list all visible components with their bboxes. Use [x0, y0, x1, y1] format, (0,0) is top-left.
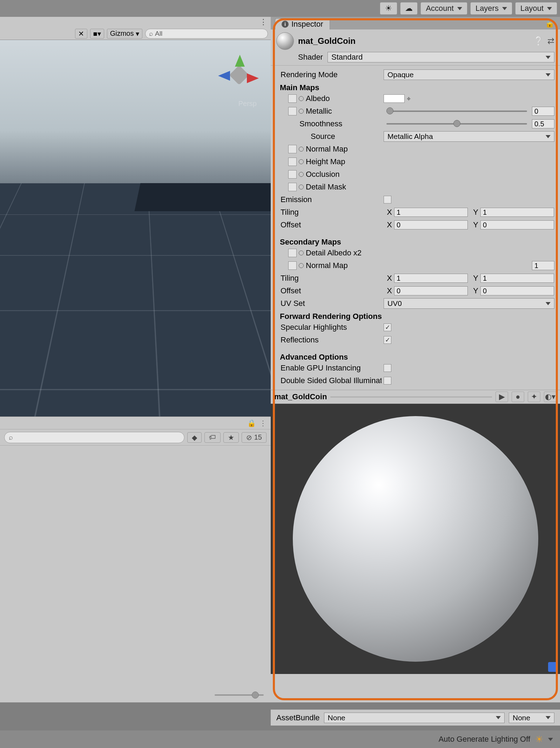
filter-type-button[interactable]: ◆ — [187, 432, 202, 443]
material-preview-viewport[interactable] — [271, 404, 560, 674]
preview-drag-handle[interactable] — [330, 396, 492, 398]
cloud-icon[interactable]: ☁ — [400, 2, 418, 15]
project-search-input[interactable]: ⌕ — [4, 432, 184, 443]
scene-viewport[interactable]: Persp — [0, 40, 271, 416]
albedo-color-swatch[interactable] — [384, 94, 405, 103]
specular-highlights-label: Specular Highlights — [281, 323, 347, 332]
offset-x-input[interactable]: 0 — [394, 220, 468, 229]
inspector-lock-icon[interactable]: 🔒 — [545, 19, 554, 29]
tiling2-y-input[interactable]: 1 — [480, 274, 554, 283]
detailmask-texture-slot[interactable] — [288, 183, 297, 191]
search-icon: ⌕ — [9, 433, 13, 441]
detailmask-label: Detail Mask — [306, 182, 346, 192]
reflections-checkbox[interactable]: ✓ — [384, 336, 391, 344]
material-preview-sphere — [293, 416, 538, 662]
rendering-mode-label: Rendering Mode — [281, 70, 338, 79]
shader-dropdown[interactable]: Standard — [328, 52, 554, 62]
preview-resize-handle[interactable] — [548, 662, 558, 672]
smoothness-value-input[interactable]: 0.5 — [532, 119, 554, 128]
thumbnail-size-slider[interactable] — [215, 694, 264, 696]
y-label: Y — [470, 208, 478, 217]
scene-search-input[interactable]: ⌕ All — [145, 29, 268, 39]
chevron-down-icon — [546, 73, 551, 76]
metallic-texture-slot[interactable] — [288, 107, 297, 115]
offset2-x-input[interactable]: 0 — [394, 286, 468, 295]
eyedropper-icon[interactable]: ⌖ — [407, 95, 411, 103]
gpu-instancing-checkbox[interactable] — [384, 364, 391, 372]
favorite-button[interactable]: ★ — [223, 432, 239, 443]
offset2-y-input[interactable]: 0 — [480, 286, 554, 295]
chevron-down-icon[interactable] — [548, 738, 553, 741]
tools-icon[interactable]: ✕ — [75, 29, 87, 39]
lighting-icon[interactable]: ☀ — [380, 2, 397, 15]
metallic-picker-icon[interactable] — [299, 109, 304, 114]
offset-y-input[interactable]: 0 — [480, 220, 554, 229]
occlusion-picker-icon[interactable] — [299, 172, 304, 177]
albedo-texture-slot[interactable] — [288, 94, 297, 103]
scene-grid — [0, 183, 271, 416]
heightmap-picker-icon[interactable] — [299, 159, 304, 164]
inspector-tab[interactable]: i Inspector — [275, 18, 330, 29]
gizmos-dropdown[interactable]: Gizmos ▾ — [107, 29, 142, 39]
metallic-slider[interactable] — [386, 111, 527, 112]
project-body[interactable] — [0, 446, 271, 688]
tiling-y-input[interactable]: 1 — [480, 208, 554, 217]
occlusion-texture-slot[interactable] — [288, 170, 297, 179]
tiling-x-input[interactable]: 1 — [394, 208, 468, 217]
camera-icon[interactable]: ■▾ — [90, 29, 104, 39]
panel-menu-icon[interactable]: ⋮ — [259, 419, 266, 427]
lighting-status-label: Auto Generate Lighting Off — [439, 735, 530, 744]
normalmap2-value-input[interactable]: 1 — [532, 261, 554, 270]
emission-checkbox[interactable] — [384, 196, 391, 203]
slider-knob[interactable] — [386, 107, 393, 114]
layers-dropdown[interactable]: Layers — [470, 2, 512, 15]
emission-label: Emission — [281, 195, 312, 204]
preview-material-name: mat_GoldCoin — [274, 392, 327, 401]
source-value: Metallic Alpha — [387, 132, 433, 141]
orientation-gizmo[interactable] — [218, 54, 260, 96]
normalmap-texture-slot[interactable] — [288, 145, 297, 153]
reflections-label: Reflections — [281, 335, 319, 345]
preview-env-button[interactable]: ◐▾ — [544, 392, 556, 402]
chevron-down-icon — [496, 716, 501, 719]
hidden-count-button[interactable]: ⊘ 15 — [242, 432, 266, 443]
rendering-mode-dropdown[interactable]: Opaque — [384, 69, 554, 80]
normalmap2-texture-slot[interactable] — [288, 261, 297, 270]
material-header: mat_GoldCoin ❔ ⇄ Shader Standard — [271, 29, 560, 66]
account-dropdown[interactable]: Account — [420, 2, 467, 15]
detail-albedo-picker-icon[interactable] — [299, 251, 304, 255]
tiling2-x-input[interactable]: 1 — [394, 274, 468, 283]
chevron-down-icon — [546, 135, 551, 138]
assetbundle-variant-dropdown[interactable]: None — [509, 713, 554, 723]
normalmap-picker-icon[interactable] — [299, 147, 304, 152]
double-sided-gi-checkbox[interactable] — [384, 377, 391, 385]
scene-panel-menu[interactable]: ⋮ — [0, 17, 271, 27]
filter-label-button[interactable]: 🏷 — [204, 432, 221, 443]
lightbulb-icon[interactable]: ☀ — [535, 734, 543, 745]
albedo-picker-icon[interactable] — [299, 96, 304, 101]
uv-set-dropdown[interactable]: UV0 — [384, 298, 554, 309]
assetbundle-name-dropdown[interactable]: None — [324, 713, 505, 723]
layout-dropdown[interactable]: Layout — [515, 2, 557, 15]
heightmap-texture-slot[interactable] — [288, 158, 297, 166]
preview-shape-button[interactable]: ● — [512, 392, 524, 402]
slider-knob[interactable] — [453, 120, 460, 127]
preset-icon[interactable]: ⇄ — [547, 36, 554, 46]
project-panel-header: 🔒 ⋮ — [0, 417, 271, 429]
detail-albedo-texture-slot[interactable] — [288, 249, 297, 257]
smoothness-source-dropdown[interactable]: Metallic Alpha — [384, 131, 554, 142]
help-icon[interactable]: ❔ — [533, 36, 544, 46]
normalmap2-picker-icon[interactable] — [299, 263, 304, 268]
lock-icon[interactable]: 🔒 — [247, 419, 256, 427]
smoothness-label: Smoothness — [299, 119, 342, 128]
preview-light-button[interactable]: ✦ — [528, 392, 540, 402]
specular-highlights-checkbox[interactable]: ✓ — [384, 323, 391, 331]
material-name: mat_GoldCoin — [298, 36, 529, 46]
detailmask-picker-icon[interactable] — [299, 185, 304, 189]
smoothness-slider[interactable] — [386, 123, 527, 125]
metallic-value-input[interactable]: 0 — [532, 107, 554, 116]
slider-thumb[interactable] — [252, 692, 259, 699]
persp-label: Persp — [238, 100, 257, 108]
preview-play-button[interactable]: ▶ — [495, 392, 508, 402]
y-label: Y — [470, 286, 478, 295]
